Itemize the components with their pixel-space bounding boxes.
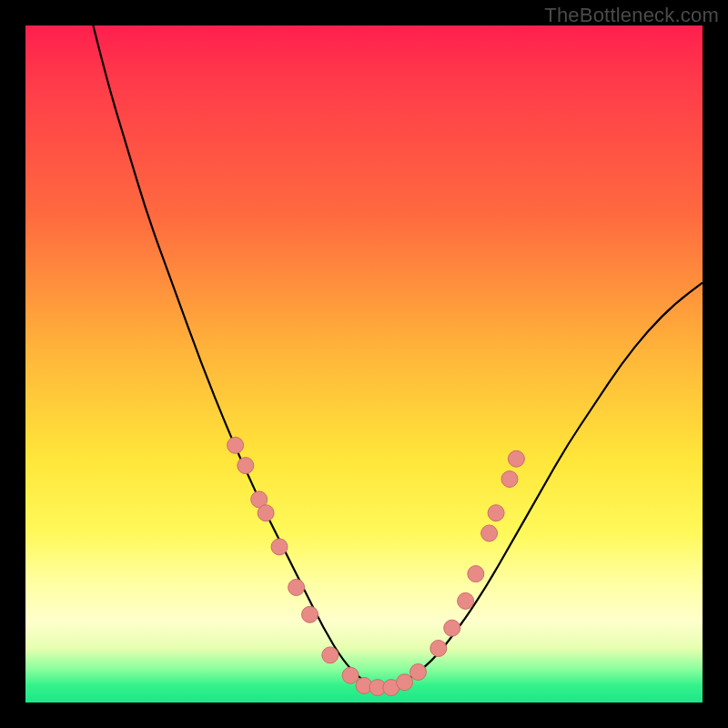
- data-dot: [458, 592, 474, 609]
- data-dot: [288, 580, 305, 596]
- data-dot: [444, 620, 460, 636]
- data-dot: [258, 505, 274, 521]
- data-dot: [342, 667, 359, 683]
- data-dot: [481, 525, 498, 541]
- data-dot: [302, 606, 318, 622]
- data-dot: [238, 458, 254, 474]
- bottleneck-curve-path: [93, 25, 703, 687]
- data-dot: [410, 664, 427, 681]
- plot-area: [25, 25, 703, 703]
- watermark-text: TheBottleneck.com: [544, 4, 719, 27]
- data-dot: [488, 505, 504, 521]
- data-dot: [228, 437, 244, 453]
- data-dot: [271, 539, 288, 555]
- data-dots-group: [228, 437, 525, 695]
- data-dot: [468, 566, 484, 582]
- chart-svg: [25, 25, 703, 703]
- data-dot: [508, 450, 524, 467]
- data-dot: [501, 471, 518, 488]
- data-dot: [430, 641, 447, 657]
- data-dot: [397, 674, 413, 691]
- chart-frame: TheBottleneck.com: [0, 0, 728, 728]
- data-dot: [322, 647, 339, 663]
